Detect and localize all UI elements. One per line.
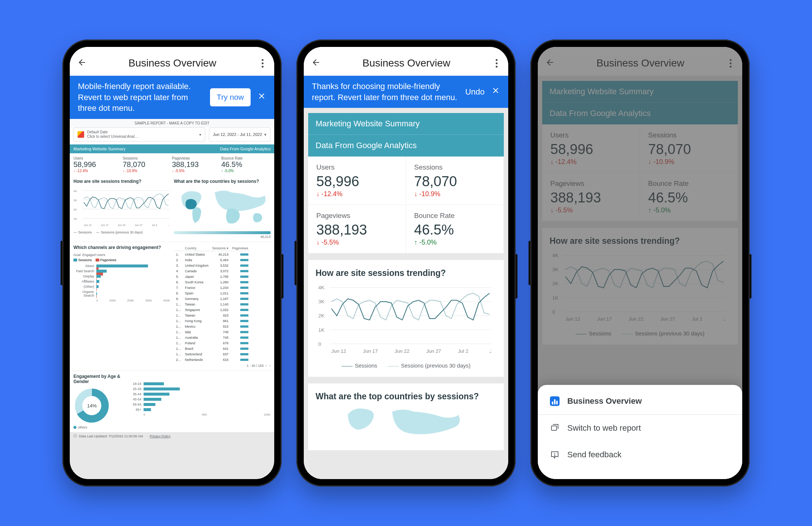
kpi-card: Sessions78,070↓ -10.9% — [406, 157, 504, 205]
undo-button[interactable]: Undo — [465, 86, 485, 98]
channel-row: Direct — [73, 264, 170, 268]
date-range-selector[interactable]: Jun 12, 2022 - Jul 11, 2022 ▾ — [209, 127, 271, 141]
kpi-card: Pageviews388,193↓ -5.5% — [172, 156, 221, 173]
sheet-current-page[interactable]: Business Overview — [538, 388, 742, 414]
table-row: 5.Japan1,795 — [175, 274, 250, 279]
svg-text:Jun 22: Jun 22 — [395, 348, 409, 354]
age-gender-panel: Engagement by Age & Gender 14% others 18… — [70, 370, 274, 432]
channel-row: Organic Search — [73, 290, 170, 297]
table-row: 1…Switzerland637 — [175, 352, 250, 356]
phone-frame-3: Business Overview Marketing Website Summ… — [530, 40, 750, 486]
kpi-card: Bounce Rate46.5%↑ -5.0% — [221, 156, 271, 173]
svg-text:14%: 14% — [87, 403, 97, 409]
svg-rect-48 — [551, 426, 557, 430]
countries-table: Country Sessions ▾ Pageviews 1.United St… — [174, 245, 251, 363]
table-row: 1…Poland678 — [175, 341, 250, 345]
svg-text:2K: 2K — [319, 313, 324, 319]
countries-section: What are the top countries by sessions? — [308, 383, 504, 450]
banner-close-icon[interactable] — [491, 86, 500, 98]
table-row: 1…Australia745 — [175, 335, 250, 340]
sheet-switch-web[interactable]: Switch to web report — [538, 415, 742, 441]
report-footer: ⓘ Data Last Updated: 7/12/2022 11:00:56 … — [70, 432, 274, 440]
report-header-block: Marketing Website Summary Data From Goog… — [308, 113, 504, 157]
chevron-down-icon: ▾ — [264, 132, 266, 137]
report-header-strip: Marketing Website Summary Data From Goog… — [70, 144, 274, 153]
topbar: Business Overview — [304, 51, 508, 76]
table-row: 1…Italy748 — [175, 329, 250, 334]
screen-3: Business Overview Marketing Website Summ… — [538, 47, 742, 479]
mobile-report-content: Marketing Website Summary Data From Goog… — [304, 108, 508, 479]
page-title: Business Overview — [321, 57, 492, 69]
table-row: 1…Singapore1,022 — [175, 307, 250, 312]
table-row: 2.India5,464 — [175, 257, 250, 262]
svg-text:3K: 3K — [319, 299, 324, 305]
svg-text:Jun 27: Jun 27 — [426, 348, 441, 354]
age-row: 65+ — [129, 408, 271, 411]
sheet-send-feedback[interactable]: Send feedback — [538, 441, 742, 468]
age-row: 45-54 — [129, 397, 271, 401]
topbar: Business Overview — [70, 51, 274, 76]
age-row: 18-24 — [129, 382, 271, 386]
privacy-link[interactable]: Privacy Policy — [150, 434, 171, 438]
svg-text:4K: 4K — [73, 189, 77, 193]
kpi-grid: Users58,996↓ -12.4%Sessions78,070↓ -10.9… — [308, 157, 504, 253]
svg-text:Jul 7: Jul 7 — [169, 224, 169, 226]
datasource-selector[interactable]: Default Date Click to select Universal A… — [73, 127, 205, 141]
table-row: 1.United States40,213 — [175, 252, 250, 257]
table-row: 1…Brazil641 — [175, 346, 250, 351]
pager-prev-icon[interactable]: ‹ — [266, 364, 267, 368]
screen-2: Business Overview Thanks for choosing mo… — [304, 47, 508, 479]
sessions-trend-chart: 4K3K2K1K0 Jun 12Jun 17Jun 22Jun 27Jul 2J… — [316, 284, 491, 358]
age-row: 25-34 — [129, 387, 271, 391]
age-row: 55-64 — [129, 403, 271, 406]
banner-close-icon[interactable] — [257, 92, 266, 103]
channel-row: Paid Search — [73, 269, 170, 273]
overflow-menu-icon[interactable] — [492, 59, 501, 68]
analytics-logo-icon — [78, 131, 84, 138]
channels-title: Which channels are driving engagement? — [73, 245, 170, 250]
pager-next-icon[interactable]: › — [269, 364, 271, 368]
page-title: Business Overview — [87, 57, 258, 69]
svg-text:1K: 1K — [73, 217, 77, 221]
world-map — [316, 407, 496, 441]
promo-banner: Mobile-friendly report available. Revert… — [70, 76, 274, 119]
web-report-content: SAMPLE REPORT - MAKE A COPY TO EDIT Defa… — [70, 119, 274, 479]
table-row: 1…Hong Kong861 — [175, 318, 250, 323]
table-row: 3.United Kingdom3,532 — [175, 263, 250, 268]
svg-text:4K: 4K — [319, 285, 324, 291]
table-row: 9.Germany1,167 — [175, 296, 250, 301]
trend-chart-title: How are site sessions trending? — [73, 179, 170, 184]
sessions-trend-chart-small: 4K 3K 2K 1K Jun 12Jun 17Jun 22Jun 27Jul … — [73, 187, 169, 228]
banner-text: Thanks for choosing mobile-friendly repo… — [312, 81, 458, 103]
svg-text:Jun 17: Jun 17 — [363, 348, 378, 354]
svg-text:Jun 12: Jun 12 — [84, 224, 92, 226]
svg-point-50 — [554, 455, 555, 456]
map-title: What are the top countries by sessions? — [174, 179, 271, 184]
kpi-card: Sessions78,070↓ -10.9% — [123, 156, 172, 173]
table-row: 7.France1,234 — [175, 285, 250, 290]
age-row: 35-44 — [129, 392, 271, 396]
overflow-menu-icon[interactable] — [258, 59, 267, 68]
kpi-card: Pageviews388,193↓ -5.5% — [308, 205, 406, 253]
donut-chart: 14% — [73, 387, 118, 424]
back-icon[interactable] — [311, 58, 321, 69]
channel-row: Display — [73, 274, 170, 278]
chevron-down-icon: ▾ — [199, 133, 201, 137]
svg-text:0: 0 — [319, 341, 321, 347]
svg-text:Jun 12: Jun 12 — [331, 348, 346, 354]
svg-text:Jun 27: Jun 27 — [135, 224, 142, 226]
back-icon[interactable] — [77, 58, 87, 69]
screen-1: Business Overview Mobile-friendly report… — [70, 47, 274, 479]
kpi-card: Users58,996↓ -12.4% — [308, 157, 406, 205]
table-row: 6.South Korea1,280 — [175, 280, 250, 284]
world-map — [174, 187, 271, 228]
svg-text:Jul 7: Jul 7 — [489, 348, 491, 354]
phone-frame-1: Business Overview Mobile-friendly report… — [62, 40, 282, 486]
info-icon: ⓘ — [73, 434, 77, 438]
svg-text:Jul 2: Jul 2 — [458, 348, 468, 354]
overflow-bottom-sheet: Business Overview Switch to web report S… — [538, 385, 742, 479]
svg-text:1K: 1K — [319, 327, 324, 333]
table-row: 2…Netherlands615 — [175, 357, 250, 362]
two-panel-row: How are site sessions trending? 4K 3K 2K… — [70, 176, 274, 242]
try-now-button[interactable]: Try now — [210, 88, 251, 106]
